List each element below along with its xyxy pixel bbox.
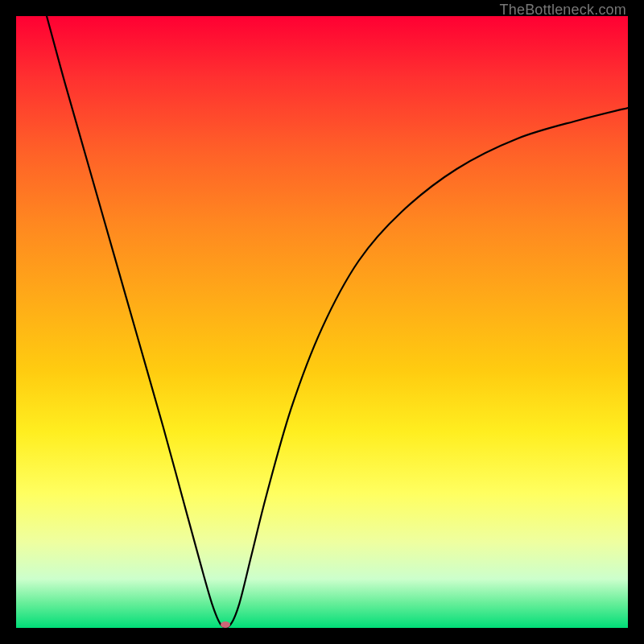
plot-area	[16, 16, 628, 628]
minimum-marker	[221, 621, 230, 628]
watermark-label: TheBottleneck.com	[500, 2, 626, 19]
chart-frame: TheBottleneck.com	[0, 0, 644, 644]
curve-svg	[16, 16, 628, 628]
bottleneck-curve	[47, 16, 628, 628]
